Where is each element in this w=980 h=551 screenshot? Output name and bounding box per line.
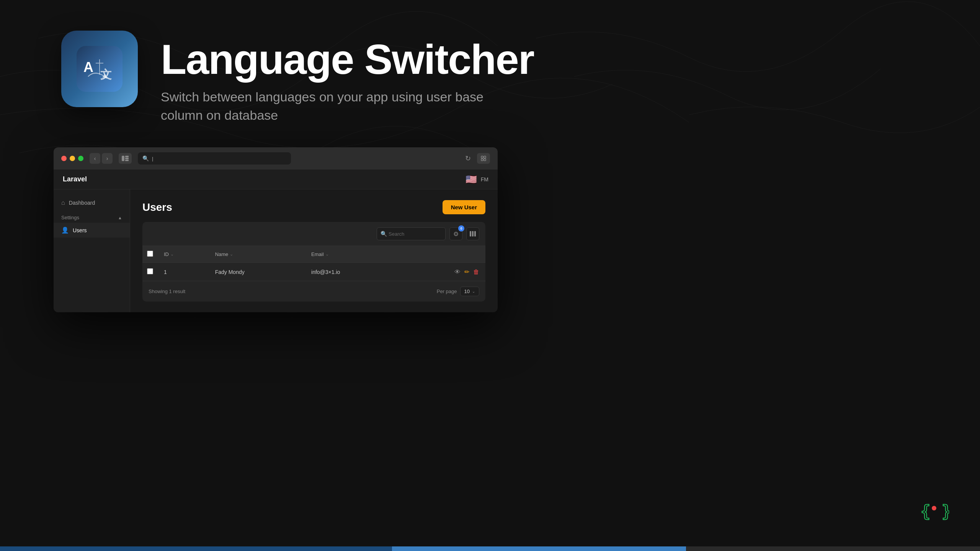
app-main: ⌂ Dashboard Settings ▲ 👤 Users Users New… bbox=[54, 189, 498, 312]
svg-text:{: { bbox=[921, 502, 930, 521]
svg-rect-13 bbox=[474, 231, 476, 236]
sidebar-toggle-button[interactable] bbox=[119, 153, 132, 164]
bottom-bar bbox=[0, 546, 980, 551]
columns-button[interactable] bbox=[466, 227, 479, 240]
header-email[interactable]: Email ⌄ bbox=[305, 246, 400, 263]
search-icon: 🔍 bbox=[142, 155, 149, 161]
bottom-bar-left bbox=[0, 546, 392, 551]
svg-rect-9 bbox=[481, 159, 483, 161]
app-content: Laravel 🇺🇸 FM ⌂ Dashboard Settings ▲ bbox=[54, 170, 498, 312]
svg-rect-8 bbox=[484, 156, 486, 158]
per-page-value: 10 bbox=[464, 289, 470, 294]
table-container: 🔍 ⚙ 0 bbox=[142, 222, 485, 302]
sidebar: ⌂ Dashboard Settings ▲ 👤 Users bbox=[54, 189, 130, 312]
decorative-icon: { } bbox=[919, 496, 949, 528]
row-name: Fady Mondy bbox=[209, 263, 305, 281]
data-table: ID ⌄ Name ⌄ bbox=[142, 246, 485, 281]
header-name[interactable]: Name ⌄ bbox=[209, 246, 305, 263]
flag-avatar: 🇺🇸 FM bbox=[466, 174, 488, 185]
svg-rect-11 bbox=[470, 231, 471, 236]
filter-badge: 0 bbox=[458, 225, 464, 231]
svg-text:}: } bbox=[942, 502, 949, 521]
edit-button[interactable]: ✏ bbox=[464, 268, 469, 276]
maximize-button[interactable] bbox=[78, 156, 83, 161]
bottom-bar-mid bbox=[392, 546, 686, 551]
user-initials: FM bbox=[481, 176, 488, 183]
sidebar-item-dashboard[interactable]: ⌂ Dashboard bbox=[54, 196, 130, 210]
table-row: 1 Fady Mondy info@3×1.io 👁 ✏ 🗑 bbox=[142, 263, 485, 281]
window-action-button[interactable] bbox=[477, 153, 490, 164]
table-toolbar: 🔍 ⚙ 0 bbox=[142, 222, 485, 246]
chevron-down-icon: ⌄ bbox=[472, 289, 475, 293]
browser-toolbar: ‹ › 🔍 | ↻ bbox=[54, 147, 498, 170]
back-button[interactable]: ‹ bbox=[90, 153, 100, 164]
table-body: 1 Fady Mondy info@3×1.io 👁 ✏ 🗑 bbox=[142, 263, 485, 281]
hero-title: Language Switcher bbox=[161, 38, 534, 80]
sidebar-item-users[interactable]: 👤 Users bbox=[54, 223, 130, 238]
svg-rect-5 bbox=[125, 158, 129, 159]
svg-rect-12 bbox=[472, 231, 474, 236]
hero-subtitle: Switch between languages on your app usi… bbox=[161, 88, 505, 124]
id-col-label: ID bbox=[164, 251, 169, 257]
delete-button[interactable]: 🗑 bbox=[473, 269, 479, 276]
page-content: Users New User 🔍 ⚙ 0 bbox=[130, 189, 498, 312]
table-footer: Showing 1 result Per page 10 ⌄ bbox=[142, 281, 485, 302]
row-checkbox-cell bbox=[142, 263, 158, 281]
search-input[interactable] bbox=[377, 227, 446, 240]
user-icon: 👤 bbox=[61, 227, 69, 234]
per-page-dropdown[interactable]: 10 ⌄ bbox=[460, 287, 479, 296]
page-header: Users New User bbox=[142, 200, 485, 214]
filter-button[interactable]: ⚙ 0 bbox=[449, 227, 462, 240]
svg-text:文: 文 bbox=[100, 68, 112, 81]
nav-buttons: ‹ › bbox=[90, 153, 113, 164]
traffic-lights bbox=[61, 156, 83, 161]
filter-icon: ⚙ bbox=[453, 230, 459, 238]
header-id[interactable]: ID ⌄ bbox=[158, 246, 209, 263]
row-id: 1 bbox=[158, 263, 209, 281]
header-checkbox-col bbox=[142, 246, 158, 263]
browser-window: ‹ › 🔍 | ↻ bbox=[54, 147, 498, 312]
per-page-select: Per page 10 ⌄ bbox=[437, 287, 479, 296]
sidebar-settings-section[interactable]: Settings ▲ bbox=[54, 210, 130, 223]
refresh-button[interactable]: ↻ bbox=[465, 154, 471, 163]
select-all-checkbox[interactable] bbox=[147, 251, 153, 257]
app-topbar: Laravel 🇺🇸 FM bbox=[54, 170, 498, 189]
sidebar-dashboard-label: Dashboard bbox=[69, 200, 95, 206]
email-col-label: Email bbox=[311, 251, 324, 257]
sort-icon: ⌄ bbox=[325, 252, 329, 257]
row-email: info@3×1.io bbox=[305, 263, 400, 281]
per-page-label: Per page bbox=[437, 289, 457, 294]
close-button[interactable] bbox=[61, 156, 67, 161]
bottom-bar-right bbox=[686, 546, 980, 551]
settings-label: Settings bbox=[61, 215, 79, 220]
svg-text:A: A bbox=[83, 59, 93, 75]
name-col-label: Name bbox=[215, 251, 229, 257]
app-logo: Laravel bbox=[63, 175, 87, 183]
sort-icon: ⌄ bbox=[230, 252, 233, 257]
table-header: ID ⌄ Name ⌄ bbox=[142, 246, 485, 263]
hero-text: Language Switcher Switch between languag… bbox=[161, 31, 534, 124]
language-flag[interactable]: 🇺🇸 bbox=[466, 174, 477, 185]
minimize-button[interactable] bbox=[70, 156, 75, 161]
svg-rect-6 bbox=[125, 160, 129, 161]
search-wrapper: 🔍 bbox=[377, 227, 446, 240]
row-checkbox[interactable] bbox=[147, 268, 153, 274]
row-actions: 👁 ✏ 🗑 bbox=[400, 263, 485, 281]
svg-rect-3 bbox=[122, 156, 124, 161]
page-title: Users bbox=[142, 201, 172, 214]
address-bar[interactable]: 🔍 | bbox=[138, 152, 291, 165]
hero-section: A 文 Language Switcher Switch between lan… bbox=[0, 0, 980, 147]
forward-button[interactable]: › bbox=[102, 153, 113, 164]
chevron-up-icon: ▲ bbox=[118, 215, 122, 220]
sort-icon: ⌄ bbox=[170, 252, 174, 257]
sidebar-users-label: Users bbox=[73, 227, 87, 233]
showing-text: Showing 1 result bbox=[149, 289, 185, 294]
svg-rect-10 bbox=[484, 159, 486, 161]
new-user-button[interactable]: New User bbox=[443, 200, 485, 214]
app-icon: A 文 bbox=[61, 31, 138, 107]
header-actions bbox=[400, 246, 485, 263]
view-button[interactable]: 👁 bbox=[454, 269, 461, 276]
svg-point-16 bbox=[932, 506, 936, 510]
search-icon: 🔍 bbox=[381, 231, 387, 237]
svg-rect-4 bbox=[125, 156, 129, 157]
